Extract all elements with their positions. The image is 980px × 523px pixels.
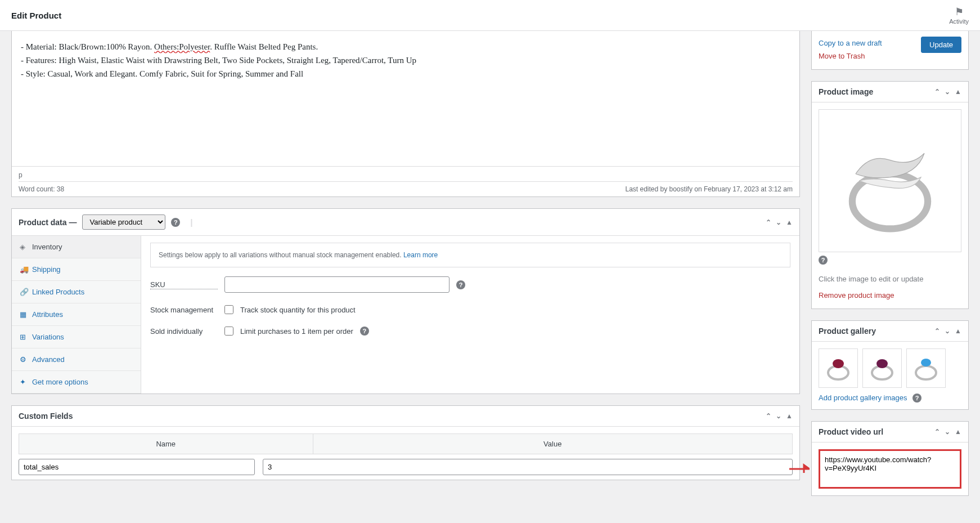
svg-point-2 [833, 359, 844, 368]
collapse-icon[interactable]: ▲ [955, 88, 961, 96]
chevron-up-icon[interactable]: ⌃ [934, 327, 940, 335]
sku-input[interactable] [224, 276, 449, 293]
product-video-box: Product video url ⌃ ⌄ ▲ https://www.yout… [811, 421, 969, 496]
editor-footer: p Word count: 38 Last edited by boostify… [12, 166, 799, 196]
editor-line-3: - Style: Casual, Work and Elegant. Comfy… [21, 67, 790, 81]
last-edited: Last edited by boostify on February 17, … [625, 185, 793, 193]
product-gallery-box: Product gallery ⌃ ⌄ ▲ Add product galler… [811, 320, 969, 410]
product-data-panel: Settings below apply to all variations w… [141, 236, 799, 394]
flag-icon: ⚑ [949, 6, 969, 18]
page-layout: - Material: Black/Brown:100% Rayon. Othe… [0, 31, 980, 518]
svg-point-6 [921, 359, 931, 366]
product-video-title: Product video url [819, 427, 934, 436]
stock-management-row: Stock management Track stock quantity fo… [150, 305, 790, 314]
chevron-up-icon[interactable]: ⌃ [934, 88, 940, 96]
separator: | [190, 218, 192, 227]
stock-mgmt-checkbox[interactable] [224, 305, 233, 314]
sparkle-icon: ✦ [20, 378, 28, 386]
product-data-box: Product data — Variable product ? | ⌃ ⌄ … [11, 208, 800, 394]
copy-draft-link[interactable]: Copy to a new draft [819, 37, 882, 50]
editor-line-2: - Features: High Waist, Elastic Waist wi… [21, 53, 790, 67]
stock-mgmt-label: Stock management [150, 306, 218, 314]
sold-individually-checkbox-label: Limit purchases to 1 item per order [240, 327, 353, 336]
tab-linked-products[interactable]: 🔗Linked Products [12, 281, 141, 303]
activity-label: Activity [949, 18, 969, 25]
help-icon[interactable]: ? [819, 256, 828, 265]
sku-row: SKU ? [150, 276, 790, 293]
gallery-thumb-3[interactable] [906, 348, 946, 388]
custom-fields-header: Custom Fields ⌃ ⌄ ▲ [12, 406, 799, 427]
ring-image-svg [821, 112, 959, 249]
custom-fields-title: Custom Fields [19, 412, 766, 421]
variations-icon: ⊞ [20, 333, 28, 341]
remove-product-image-link[interactable]: Remove product image [819, 289, 961, 302]
chevron-up-icon[interactable]: ⌃ [766, 218, 771, 226]
product-gallery-title: Product gallery [819, 327, 934, 336]
main-column: - Material: Black/Brown:100% Rayon. Othe… [11, 31, 800, 507]
product-data-tabs: ◈Inventory 🚚Shipping 🔗Linked Products ▦A… [12, 236, 141, 394]
activity-button[interactable]: ⚑ Activity [949, 6, 969, 25]
page-title: Edit Product [11, 11, 61, 20]
chevron-down-icon[interactable]: ⌄ [945, 428, 950, 436]
video-url-input[interactable]: https://www.youtube.com/watch?v=PeX9yyUr… [825, 455, 955, 481]
editor-path[interactable]: p [19, 169, 793, 182]
product-image-title: Product image [819, 87, 934, 96]
gallery-thumbs [819, 348, 961, 388]
cf-value-input[interactable] [263, 459, 793, 475]
product-type-select[interactable]: Variable product [82, 214, 165, 230]
chevron-up-icon[interactable]: ⌃ [766, 412, 771, 420]
tab-shipping[interactable]: 🚚Shipping [12, 258, 141, 281]
learn-more-link[interactable]: Learn more [403, 251, 438, 259]
tab-attributes[interactable]: ▦Attributes [12, 303, 141, 326]
help-icon[interactable]: ? [171, 218, 180, 227]
collapse-icon[interactable]: ▲ [786, 218, 793, 226]
help-icon[interactable]: ? [456, 280, 465, 289]
gallery-thumb-2[interactable] [862, 348, 902, 388]
cf-col-name: Name [19, 434, 313, 454]
tab-inventory[interactable]: ◈Inventory [12, 236, 141, 258]
chevron-down-icon[interactable]: ⌄ [945, 327, 950, 335]
collapse-icon[interactable]: ▲ [955, 327, 961, 335]
inventory-notice: Settings below apply to all variations w… [150, 243, 790, 267]
move-to-trash-link[interactable]: Move to Trash [819, 50, 882, 62]
chevron-down-icon[interactable]: ⌄ [945, 88, 950, 96]
chevron-up-icon[interactable]: ⌃ [934, 428, 940, 436]
custom-fields-table: Name Value [19, 433, 793, 454]
help-icon[interactable]: ? [912, 394, 921, 403]
sidebar-column: Copy to a new draft Move to Trash Update… [811, 31, 969, 507]
video-url-highlight: https://www.youtube.com/watch?v=PeX9yyUr… [819, 449, 961, 489]
update-button[interactable]: Update [921, 37, 961, 53]
product-image[interactable] [819, 109, 961, 252]
editor-line-1: - Material: Black/Brown:100% Rayon. Othe… [21, 40, 790, 53]
product-data-body: ◈Inventory 🚚Shipping 🔗Linked Products ▦A… [12, 236, 799, 394]
help-icon[interactable]: ? [360, 327, 369, 336]
word-count: Word count: 38 [19, 185, 64, 193]
shipping-icon: 🚚 [20, 265, 28, 274]
attributes-icon: ▦ [20, 310, 28, 319]
tab-variations[interactable]: ⊞Variations [12, 326, 141, 348]
tab-advanced[interactable]: ⚙Advanced [12, 348, 141, 371]
product-data-header: Product data — Variable product ? | ⌃ ⌄ … [12, 209, 799, 236]
sku-label: SKU [150, 280, 218, 289]
add-gallery-images-link[interactable]: Add product gallery images [819, 391, 907, 404]
gear-icon: ⚙ [20, 355, 28, 364]
sold-individually-row: Sold individually Limit purchases to 1 i… [150, 327, 790, 336]
inventory-icon: ◈ [20, 243, 28, 251]
description-editor-box: - Material: Black/Brown:100% Rayon. Othe… [11, 31, 800, 197]
editor-content[interactable]: - Material: Black/Brown:100% Rayon. Othe… [12, 31, 799, 166]
collapse-icon[interactable]: ▲ [955, 428, 961, 436]
cf-name-input[interactable] [19, 459, 255, 475]
tab-get-more[interactable]: ✦Get more options [12, 371, 141, 394]
sold-individually-label: Sold individually [150, 327, 218, 336]
svg-point-4 [876, 359, 888, 368]
link-icon: 🔗 [20, 288, 28, 296]
sold-individually-checkbox[interactable] [224, 327, 233, 336]
product-image-hint: Click the image to edit or update [819, 275, 961, 283]
svg-point-5 [916, 366, 936, 379]
collapse-icon[interactable]: ▲ [786, 412, 793, 420]
custom-fields-box: Custom Fields ⌃ ⌄ ▲ Name Value [11, 405, 800, 480]
gallery-thumb-1[interactable] [819, 348, 858, 388]
annotation-arrow-icon [789, 463, 810, 475]
chevron-down-icon[interactable]: ⌄ [776, 412, 781, 420]
chevron-down-icon[interactable]: ⌄ [776, 218, 781, 226]
